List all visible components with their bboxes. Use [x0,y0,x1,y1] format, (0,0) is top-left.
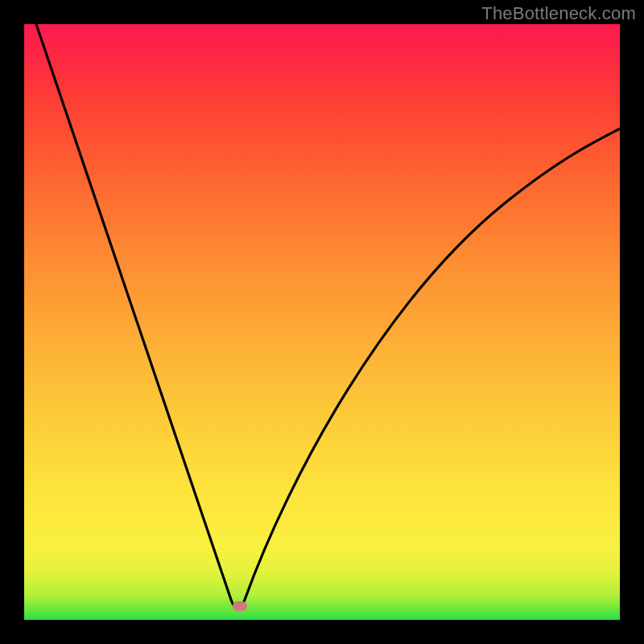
watermark-text: TheBottleneck.com [481,3,636,24]
plot-area [24,24,620,620]
optimal-marker [233,601,247,611]
curve-path [36,24,620,609]
bottleneck-curve [24,24,620,620]
chart-frame: TheBottleneck.com [0,0,644,644]
